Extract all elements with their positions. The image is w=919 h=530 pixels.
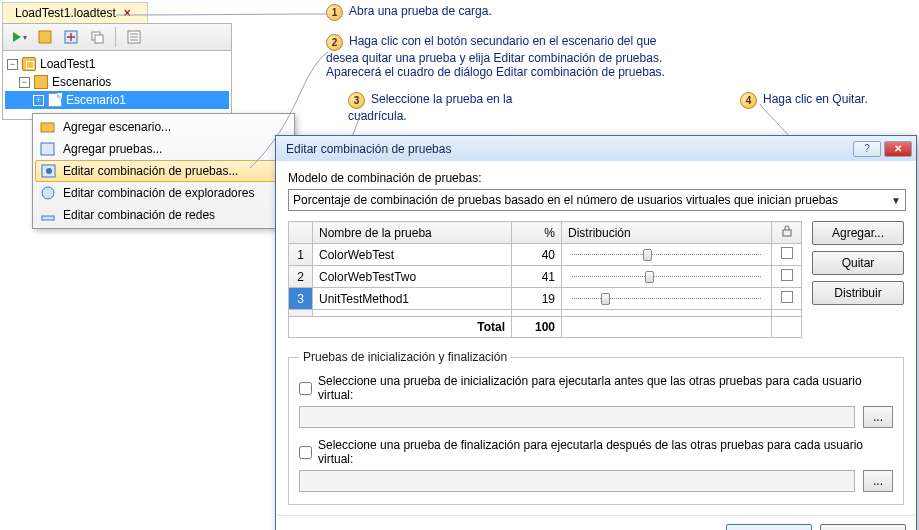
init-check-row: Seleccione una prueba de inicialización … (299, 374, 893, 402)
ctx-label: Editar combinación de redes (63, 208, 215, 222)
copy-icon[interactable] (87, 27, 107, 47)
cell-dist[interactable] (562, 244, 772, 266)
init-check-label: Seleccione una prueba de inicialización … (318, 374, 893, 402)
svg-point-12 (46, 168, 52, 174)
help-button[interactable]: ? (853, 141, 881, 157)
file-tab[interactable]: LoadTest1.loadtest × (2, 2, 148, 23)
svg-point-13 (42, 187, 54, 199)
tree-view[interactable]: − LoadTest1 − Escenarios + Escenario1 (2, 51, 232, 120)
cell-lock[interactable] (772, 244, 802, 266)
init-browse-button[interactable]: ... (863, 406, 893, 428)
toolbar-separator (115, 27, 116, 47)
total-value: 100 (512, 317, 562, 338)
remove-button[interactable]: Quitar (812, 251, 904, 275)
tree-root-label: LoadTest1 (40, 57, 95, 71)
run-button[interactable]: ▾ (9, 27, 29, 47)
ctx-add-tests[interactable]: Agregar pruebas... (35, 138, 292, 160)
cell-dist[interactable] (562, 288, 772, 310)
svg-marker-0 (13, 32, 21, 42)
callout-4-text: Haga clic en Quitar. (763, 92, 868, 106)
tree-scenarios-label: Escenarios (52, 75, 111, 89)
collapse-icon[interactable]: − (7, 59, 18, 70)
collapse-icon[interactable]: − (19, 77, 30, 88)
init-checkbox[interactable] (299, 382, 312, 395)
callout-3: 3Seleccione la prueba en la cuadrícula. (348, 92, 528, 123)
browser-icon (40, 185, 56, 201)
svg-rect-14 (42, 216, 54, 220)
badge-2-icon: 2 (326, 34, 343, 51)
context-menu: Agregar escenario... Agregar pruebas... … (32, 113, 295, 229)
cancel-button[interactable]: Cancelar (820, 524, 906, 530)
svg-rect-15 (783, 230, 791, 236)
callout-4: 4Haga clic en Quitar. (740, 92, 868, 109)
close-icon[interactable]: × (120, 6, 135, 20)
tree-scenarios[interactable]: − Escenarios (5, 73, 229, 91)
cell-name[interactable]: ColorWebTest (313, 244, 512, 266)
ctx-add-scenario[interactable]: Agregar escenario... (35, 116, 292, 138)
tree-root[interactable]: − LoadTest1 (5, 55, 229, 73)
titlebar[interactable]: Editar combinación de pruebas ? ✕ (276, 136, 916, 161)
folder-icon (34, 75, 48, 89)
middle-area: Nombre de la prueba % Distribución 1 Col… (288, 221, 904, 338)
table-row[interactable]: 2 ColorWebTestTwo 41 (289, 266, 802, 288)
row-number[interactable]: 3 (289, 288, 313, 310)
init-fin-group: Pruebas de inicialización y finalización… (288, 350, 904, 505)
scenario-icon (48, 93, 62, 107)
fin-checkbox[interactable] (299, 446, 312, 459)
col-pct[interactable]: % (512, 222, 562, 244)
fin-check-label: Seleccione una prueba de finalización pa… (318, 438, 893, 466)
new-scenario-icon[interactable] (35, 27, 55, 47)
tree-scenario1[interactable]: + Escenario1 (5, 91, 229, 109)
total-label: Total (289, 317, 512, 338)
cell-dist[interactable] (562, 266, 772, 288)
fin-browse-button[interactable]: ... (863, 470, 893, 492)
col-dist[interactable]: Distribución (562, 222, 772, 244)
col-name[interactable]: Nombre de la prueba (313, 222, 512, 244)
model-combobox[interactable]: Porcentaje de combinación de pruebas bas… (288, 189, 906, 211)
test-mix-grid[interactable]: Nombre de la prueba % Distribución 1 Col… (288, 221, 802, 338)
tree-scenario1-label: Escenario1 (66, 93, 126, 107)
expand-icon[interactable]: + (33, 95, 44, 106)
loadtest-icon (22, 57, 36, 71)
test-plus-icon (40, 141, 56, 157)
add-button[interactable]: Agregar... (812, 221, 904, 245)
add-test-icon[interactable] (61, 27, 81, 47)
network-icon (40, 207, 56, 223)
ctx-label: Editar combinación de exploradores (63, 186, 254, 200)
file-tab-label: LoadTest1.loadtest (15, 6, 116, 20)
cell-lock[interactable] (772, 288, 802, 310)
group-legend: Pruebas de inicialización y finalización (299, 350, 511, 364)
ctx-edit-browser-mix[interactable]: Editar combinación de exploradores (35, 182, 292, 204)
svg-rect-9 (41, 123, 54, 132)
ctx-edit-network-mix[interactable]: Editar combinación de redes (35, 204, 292, 226)
table-row[interactable]: 3 UnitTestMethod1 19 (289, 288, 802, 310)
callout-2: 2Haga clic con el botón secundario en el… (326, 34, 666, 79)
folder-plus-icon (40, 119, 56, 135)
callout-1-text: Abra una prueba de carga. (349, 4, 492, 18)
cell-name[interactable]: ColorWebTestTwo (313, 266, 512, 288)
properties-icon[interactable] (124, 27, 144, 47)
ctx-edit-test-mix[interactable]: Editar combinación de pruebas... (35, 160, 292, 182)
cell-pct[interactable]: 41 (512, 266, 562, 288)
badge-1-icon: 1 (326, 4, 343, 21)
ok-button[interactable]: Aceptar (726, 524, 812, 530)
close-button[interactable]: ✕ (884, 141, 912, 157)
side-buttons: Agregar... Quitar Distribuir (812, 221, 904, 338)
callout-1: 1Abra una prueba de carga. (326, 4, 492, 21)
table-row[interactable]: 1 ColorWebTest 40 (289, 244, 802, 266)
cell-name[interactable]: UnitTestMethod1 (313, 288, 512, 310)
distribute-button[interactable]: Distribuir (812, 281, 904, 305)
init-test-field[interactable] (299, 406, 855, 428)
row-number[interactable]: 2 (289, 266, 313, 288)
row-number[interactable]: 1 (289, 244, 313, 266)
corner-header (289, 222, 313, 244)
fin-test-field[interactable] (299, 470, 855, 492)
table-row-empty (289, 310, 802, 317)
dialog-footer: Aceptar Cancelar (276, 515, 916, 530)
dialog-body: Modelo de combinación de pruebas: Porcen… (276, 161, 916, 515)
cell-pct[interactable]: 19 (512, 288, 562, 310)
col-lock[interactable] (772, 222, 802, 244)
cell-lock[interactable] (772, 266, 802, 288)
cell-pct[interactable]: 40 (512, 244, 562, 266)
svg-rect-4 (95, 35, 103, 43)
